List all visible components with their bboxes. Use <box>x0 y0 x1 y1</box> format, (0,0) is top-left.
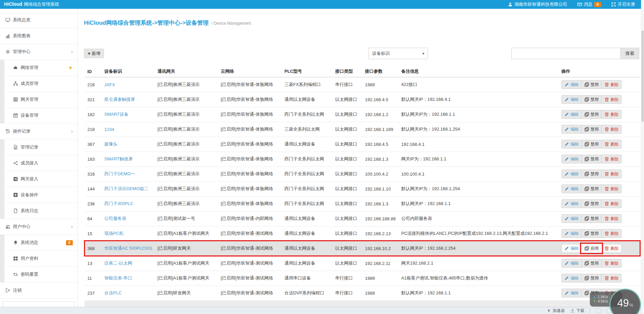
delete-button[interactable]: 删除 <box>601 274 622 283</box>
toggle-enable-button[interactable]: 禁用 <box>581 95 602 104</box>
toggle-enable-button[interactable]: 禁用 <box>581 140 602 149</box>
delete-button[interactable]: 删除 <box>601 229 622 238</box>
account-menu[interactable]: 湖南华辰智通科技有限公司 <box>508 1 567 7</box>
device-name-link[interactable]: 西门子演示DEMO箱二 <box>104 186 148 191</box>
filter-select[interactable]: 设备标识 ▾ <box>368 48 428 59</box>
sidebar-item-网关接入[interactable]: 网关接入 <box>0 171 78 187</box>
sidebar-item-管理中心[interactable]: 管理中心› <box>0 44 78 60</box>
device-name-link[interactable]: 仪表二-以太网 <box>104 261 132 266</box>
edit-button[interactable]: 编辑 <box>561 244 582 253</box>
cloud-network-cell: [已启用]华辰智通-测试网络 <box>218 271 282 286</box>
device-name-link[interactable]: JXFX <box>104 82 115 87</box>
device-name-link[interactable]: 西门子300PLC <box>104 201 133 206</box>
sidebar-item-管理记录[interactable]: 管理记录 <box>0 139 78 155</box>
messages-menu[interactable]: 消息 0 <box>577 1 601 7</box>
device-name-link[interactable]: 现场PC机 <box>104 231 124 236</box>
delete-button[interactable]: 删除 <box>601 214 622 223</box>
device-name-link[interactable]: 公司服务器 <box>104 216 126 221</box>
sidebar-item-网络管理[interactable]: 网络管理★ <box>0 60 78 76</box>
sidebar-item-成员管理[interactable]: 成员管理 <box>0 76 78 92</box>
actions-cell: 编辑禁用删除 <box>559 226 640 241</box>
toggle-enable-button[interactable]: 禁用 <box>581 199 602 208</box>
delete-button[interactable]: 删除 <box>601 244 622 253</box>
device-name-link[interactable]: 摄像头 <box>104 141 117 147</box>
edit-button[interactable]: 编辑 <box>561 259 582 268</box>
interface-type-cell: 串行接口 <box>332 271 362 286</box>
action-button-group: 编辑禁用删除 <box>561 110 622 119</box>
delete-button[interactable]: 删除 <box>601 95 622 104</box>
device-name-link[interactable]: 智能仪表-串口 <box>104 275 132 281</box>
pencil-icon <box>564 157 569 161</box>
delete-button[interactable]: 删除 <box>601 259 622 268</box>
edit-button[interactable]: 编辑 <box>561 170 582 178</box>
device-name-link[interactable]: 1234 <box>104 127 114 132</box>
device-name-link[interactable]: 华辰智通AC 500PLC001 <box>104 246 152 251</box>
edit-button[interactable]: 编辑 <box>561 274 582 283</box>
sidebar-item-系统日志[interactable]: 系统日志 <box>0 203 78 219</box>
sidebar-item-设备操作[interactable]: 设备操作 <box>0 187 78 203</box>
toggle-enable-button[interactable]: 禁用 <box>581 155 602 163</box>
add-device-button[interactable]: + 新增 <box>84 49 104 58</box>
edit-button[interactable]: 编辑 <box>561 80 582 89</box>
toggle-enable-button[interactable]: 禁用 <box>581 170 602 178</box>
device-name-link[interactable]: 西门子DEMO一 <box>104 171 135 176</box>
accelerator-button[interactable]: 加速器 <box>546 308 565 314</box>
device-name-link[interactable]: 昆仑通泰触摸屏 <box>104 97 135 102</box>
sidebar-item-网关管理[interactable]: 网关管理 <box>0 92 78 108</box>
delete-button[interactable]: 删除 <box>601 199 622 208</box>
delete-button[interactable]: 删除 <box>601 110 622 119</box>
sidebar-item-系统消息[interactable]: 系统消息0 <box>0 235 78 251</box>
toggle-enable-button[interactable]: 禁用 <box>581 184 602 193</box>
device-name-link[interactable]: SMART触摸屏 <box>104 156 133 161</box>
edit-button[interactable]: 编辑 <box>561 155 582 163</box>
sidebar-item-密码重置[interactable]: 密码重置 <box>0 267 78 283</box>
delete-button[interactable]: 删除 <box>601 125 622 134</box>
page-scrollbar[interactable] <box>641 0 644 314</box>
edit-button[interactable]: 编辑 <box>561 125 582 134</box>
delete-button[interactable]: 删除 <box>601 155 622 163</box>
edit-button[interactable]: 编辑 <box>561 110 582 119</box>
download-button[interactable]: 下载 <box>570 308 584 314</box>
sidebar-item-系统图表[interactable]: 系统图表 <box>0 28 78 44</box>
sidebar-item-设备管理[interactable]: 设备管理 <box>0 108 78 124</box>
delete-button[interactable]: 删除 <box>601 80 622 89</box>
toggle-enable-button[interactable]: 禁用 <box>581 229 602 238</box>
sidebar-item-注销[interactable]: 注销 <box>0 283 78 298</box>
cloud-network-cell: [已启用]华辰智通-体验网络 <box>218 77 282 92</box>
edit-button[interactable]: 编辑 <box>561 199 582 208</box>
edit-button[interactable]: 编辑 <box>561 229 582 238</box>
delete-button[interactable]: 删除 <box>601 140 622 149</box>
sidebar-item-用户资料[interactable]: 用户资料 <box>0 251 78 267</box>
gateway-cell: [已启用]株洲三菱演示 <box>155 92 218 107</box>
delete-button[interactable]: 删除 <box>601 184 622 193</box>
toggle-enable-button[interactable]: 禁用 <box>581 80 602 89</box>
device-name-link[interactable]: 台达PLC <box>104 290 122 295</box>
sidebar-item-系统总览[interactable]: 系统总览 <box>0 12 78 28</box>
toggle-enable-button[interactable]: 禁用 <box>581 274 602 283</box>
edit-button[interactable]: 编辑 <box>561 289 582 297</box>
browser-bottom-toolbar: 加速器 下载 <box>0 307 641 314</box>
scrollbar-thumb[interactable] <box>642 30 644 122</box>
sidebar-item-成员接入[interactable]: 成员接入 <box>0 155 78 171</box>
edit-button[interactable]: 编辑 <box>561 140 582 149</box>
fullscreen-button[interactable]: 开启全屏 <box>611 1 635 7</box>
toggle-enable-button[interactable]: 禁用 <box>581 214 602 223</box>
sidebar-item-用户中心[interactable]: 用户中心› <box>0 219 78 235</box>
toolbar-extra-icon[interactable] <box>596 309 601 313</box>
column-header-备注信息: 备注信息 <box>399 66 559 77</box>
clone-icon <box>584 276 589 281</box>
search-button[interactable]: 搜索 <box>620 48 639 59</box>
device-name-link[interactable]: SMART设备 <box>104 112 128 117</box>
sidebar: 系统总览 系统图表 管理中心› 网络管理★ 成员管理 网关管理 设备管理 操作记… <box>0 9 78 314</box>
toggle-enable-button[interactable]: 禁用 <box>581 259 602 268</box>
sidebar-item-操作记录[interactable]: 操作记录› <box>0 124 78 139</box>
edit-button[interactable]: 编辑 <box>561 184 582 193</box>
toggle-enable-button[interactable]: 禁用 <box>581 110 602 119</box>
toggle-enable-button[interactable]: 启用 <box>581 244 602 253</box>
device-id-cell: 11 <box>85 271 102 286</box>
toggle-enable-button[interactable]: 禁用 <box>581 125 602 134</box>
delete-button[interactable]: 删除 <box>601 170 622 178</box>
edit-button[interactable]: 编辑 <box>561 214 582 223</box>
edit-button[interactable]: 编辑 <box>561 95 582 104</box>
search-input[interactable] <box>511 48 620 59</box>
